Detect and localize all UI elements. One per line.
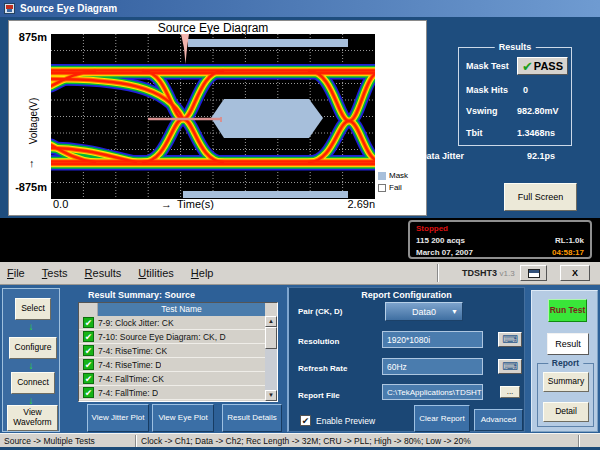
result-button[interactable]: Result — [547, 333, 589, 355]
scrollbar-column-header — [265, 303, 277, 316]
control-section: Select ↓ Configure ↓ Connect ↓ View Wave… — [0, 285, 600, 433]
report-configuration-panel: Report Configuration Pair (CK, D) Data0 … — [287, 287, 525, 432]
window-titlebar[interactable]: Source Eye Diagram — [0, 0, 600, 17]
refresh-rate-field[interactable]: 60Hz — [382, 358, 483, 375]
pass-check-icon — [83, 331, 94, 342]
pass-check-icon — [522, 59, 534, 74]
pass-check-icon — [83, 359, 94, 370]
acq-state: Stopped — [416, 223, 584, 235]
test-name: 7-4: RiseTime: CK — [98, 346, 167, 356]
mask-legend-label: Mask — [389, 171, 408, 180]
test-name: 7-4: RiseTime: D — [98, 360, 161, 370]
select-button[interactable]: Select — [15, 298, 51, 320]
status-bar: Source -> Multiple Tests Clock -> Ch1; D… — [0, 433, 600, 447]
test-name: 7-4: FallTime: CK — [98, 374, 164, 384]
minimize-button[interactable] — [520, 265, 547, 281]
acquisition-band: Stopped 115 200 acqs RL:1.0k March 07, 2… — [0, 218, 600, 262]
plot-title: Source Eye Diagram — [51, 21, 375, 35]
test-row[interactable]: 7-10: Source Eye Diagram: CK, D — [79, 330, 265, 344]
test-row[interactable]: 7-4: RiseTime: CK — [79, 344, 265, 358]
menu-help[interactable]: Help — [184, 262, 221, 284]
y-axis-arrow-icon: ↑ — [29, 157, 35, 169]
resolution-keypad-button[interactable] — [498, 332, 522, 347]
acq-count: 115 200 acqs — [416, 235, 465, 247]
clear-report-button[interactable]: Clear Report — [414, 405, 470, 432]
fail-legend-swatch — [378, 184, 386, 192]
result-summary-title: Result Summary: Source — [88, 290, 195, 300]
scrollbar-thumb[interactable] — [265, 327, 277, 349]
tbit-label: Tbit — [466, 128, 483, 138]
results-group-title: Results — [495, 42, 536, 52]
acquisition-status-box: Stopped 115 200 acqs RL:1.0k March 07, 2… — [408, 220, 592, 259]
menu-tests[interactable]: Tests — [35, 262, 75, 284]
test-row[interactable]: 7-4: FallTime: D — [79, 386, 265, 400]
status-divider — [578, 435, 579, 447]
tbit-value: 1.3468ns — [517, 128, 555, 138]
enable-preview-label: Enable Preview — [316, 416, 375, 426]
menu-file[interactable]: File — [0, 262, 32, 284]
test-list-scrollbar[interactable]: ▲ ▼ — [265, 316, 277, 401]
data-jitter-label: Data Jitter — [420, 151, 464, 161]
close-button[interactable]: X — [560, 265, 590, 281]
pass-check-icon — [83, 345, 94, 356]
application-window: Source Eye Diagram Source Eye Diagram 87… — [0, 0, 600, 450]
test-name-column-header: Test Name — [98, 303, 265, 316]
test-list: Test Name 7-9: Clock Jitter: CK 7-10: So… — [78, 302, 278, 402]
test-row[interactable]: 7-9: Clock Jitter: CK — [79, 316, 265, 330]
status-left: Source -> Multiple Tests — [4, 434, 95, 448]
result-details-button[interactable]: Result Details — [222, 404, 282, 432]
advanced-button[interactable]: Advanced — [474, 409, 523, 431]
vswing-value: 982.80mV — [517, 106, 559, 116]
fail-legend-label: Fail — [389, 183, 402, 192]
menu-utilities[interactable]: Utilities — [131, 262, 180, 284]
pair-dropdown[interactable]: Data0 ▼ — [385, 302, 463, 321]
view-eye-plot-button[interactable]: View Eye Plot — [152, 404, 214, 432]
app-icon — [4, 3, 15, 14]
refresh-keypad-button[interactable] — [498, 359, 522, 374]
connect-button[interactable]: Connect — [11, 372, 55, 394]
test-row[interactable]: 7-4: RiseTime: D — [79, 358, 265, 372]
summary-button[interactable]: Summary — [543, 372, 589, 392]
eye-diagram-plot — [51, 34, 375, 199]
run-panel: Run Test Result Report Summary Detail — [531, 290, 598, 432]
report-file-field[interactable]: C:\TekApplications\TDSHT — [382, 384, 483, 400]
vswing-label: Vswing — [466, 106, 498, 116]
test-row[interactable]: 7-4: FallTime: CK — [79, 372, 265, 386]
x-axis-min-label: 0.0 — [53, 198, 68, 210]
legend-fail: Fail — [378, 183, 402, 192]
scroll-down-icon[interactable]: ▼ — [265, 390, 277, 401]
run-test-button[interactable]: Run Test — [548, 299, 587, 322]
app-name: TDSHT3 — [462, 268, 497, 278]
y-axis-min-label: -875m — [9, 181, 47, 193]
configure-button[interactable]: Configure — [9, 337, 57, 359]
mask-hits-value: 0 — [523, 85, 528, 95]
resolution-field[interactable]: 1920*1080i — [382, 331, 483, 348]
enable-preview-checkbox[interactable] — [300, 415, 311, 426]
menu-bar: File Tests Results Utilities Help TDSHT3… — [0, 262, 600, 285]
y-axis-max-label: 875m — [9, 31, 47, 43]
x-axis-arrow-icon: → — [161, 198, 172, 210]
pass-text: PASS — [534, 60, 563, 72]
menu-results[interactable]: Results — [78, 262, 129, 284]
record-length: RL:1.0k — [555, 235, 584, 247]
full-screen-button[interactable]: Full Screen — [504, 183, 577, 211]
acq-date: March 07, 2007 — [416, 247, 473, 259]
detail-button[interactable]: Detail — [543, 402, 589, 422]
x-axis-max-label: 2.69n — [329, 198, 375, 210]
status-divider — [135, 435, 136, 447]
app-brand: TDSHT3 v1.3 — [462, 262, 515, 285]
view-jitter-plot-button[interactable]: View Jitter Plot — [87, 404, 149, 432]
view-waveform-button[interactable]: View Waveform — [7, 405, 58, 431]
app-version: v1.3 — [500, 269, 515, 278]
flow-arrow-icon: ↓ — [3, 361, 59, 371]
browse-button[interactable]: ... — [500, 386, 520, 398]
pass-check-icon — [83, 317, 94, 328]
pair-label: Pair (CK, D) — [298, 307, 342, 316]
scroll-up-icon[interactable]: ▲ — [265, 316, 277, 327]
refresh-rate-label: Refresh Rate — [298, 364, 347, 373]
minimize-icon — [528, 269, 540, 278]
legend-mask: Mask — [378, 171, 408, 180]
mask-legend-swatch — [378, 172, 386, 180]
test-list-header: Test Name — [79, 303, 277, 316]
report-file-label: Report File — [298, 391, 340, 400]
